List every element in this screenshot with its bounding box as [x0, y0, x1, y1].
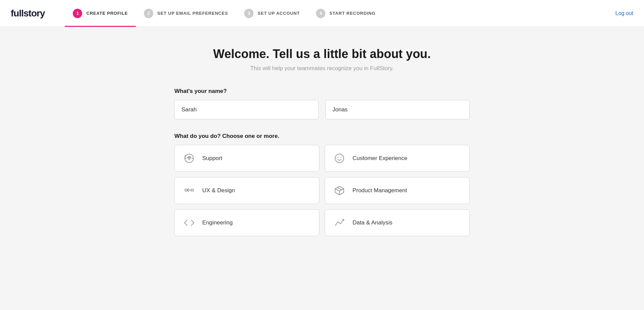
box-icon: [333, 184, 346, 197]
step-start-recording[interactable]: 4 START RECORDING: [308, 0, 383, 27]
step-3-label: SET UP ACCOUNT: [258, 11, 300, 16]
header: fullstory 1 CREATE PROFILE 2 SET UP EMAI…: [0, 0, 644, 27]
step-4-number: 4: [316, 9, 325, 18]
support-icon: [183, 152, 196, 165]
logo: fullstory: [11, 8, 45, 19]
svg-point-5: [337, 157, 338, 158]
role-section: What do you do? Choose one or more. Supp…: [174, 133, 470, 236]
role-card-engineering[interactable]: Engineering: [174, 209, 319, 236]
name-section: What's your name?: [174, 88, 470, 119]
logout-link[interactable]: Log out: [615, 10, 633, 16]
page-title: Welcome. Tell us a little bit about you.: [174, 47, 470, 61]
engineering-label: Engineering: [202, 219, 233, 226]
page-subtitle: This will help your teammates recognize …: [174, 65, 470, 72]
step-4-label: START RECORDING: [329, 11, 375, 16]
step-1-label: CREATE PROFILE: [86, 11, 128, 16]
step-2-label: SET UP EMAIL PREFERENCES: [157, 11, 228, 16]
step-create-profile[interactable]: 1 CREATE PROFILE: [65, 0, 136, 27]
data-analysis-label: Data & Analysis: [353, 219, 392, 226]
customer-experience-label: Customer Experience: [353, 155, 407, 162]
svg-point-4: [335, 154, 344, 163]
ux-icon: [183, 184, 196, 197]
step-1-number: 1: [73, 9, 82, 18]
first-name-input[interactable]: [174, 100, 319, 119]
svg-rect-8: [191, 189, 194, 191]
ux-design-label: UX & Design: [202, 187, 235, 194]
support-label: Support: [202, 155, 222, 162]
role-section-label: What do you do? Choose one or more.: [174, 133, 470, 140]
role-card-customer-experience[interactable]: Customer Experience: [325, 145, 470, 172]
name-row: [174, 100, 470, 119]
chart-icon: [333, 216, 346, 229]
product-management-label: Product Management: [353, 187, 407, 194]
headline-section: Welcome. Tell us a little bit about you.…: [174, 47, 470, 72]
face-icon: [333, 152, 346, 165]
step-3-number: 3: [244, 9, 254, 18]
role-card-ux-design[interactable]: UX & Design: [174, 177, 319, 204]
roles-grid: Support Customer Experience: [174, 145, 470, 236]
name-section-label: What's your name?: [174, 88, 470, 95]
svg-point-1: [188, 157, 190, 159]
steps-nav: 1 CREATE PROFILE 2 SET UP EMAIL PREFEREN…: [65, 0, 615, 27]
step-setup-account[interactable]: 3 SET UP ACCOUNT: [236, 0, 308, 27]
step-email-prefs[interactable]: 2 SET UP EMAIL PREFERENCES: [136, 0, 236, 27]
code-icon: [183, 216, 196, 229]
role-card-support[interactable]: Support: [174, 145, 319, 172]
svg-point-6: [340, 157, 341, 158]
role-card-data-analysis[interactable]: Data & Analysis: [325, 209, 470, 236]
role-card-product-management[interactable]: Product Management: [325, 177, 470, 204]
last-name-input[interactable]: [325, 100, 470, 119]
main-content: Welcome. Tell us a little bit about you.…: [168, 27, 476, 258]
step-2-number: 2: [144, 9, 153, 18]
